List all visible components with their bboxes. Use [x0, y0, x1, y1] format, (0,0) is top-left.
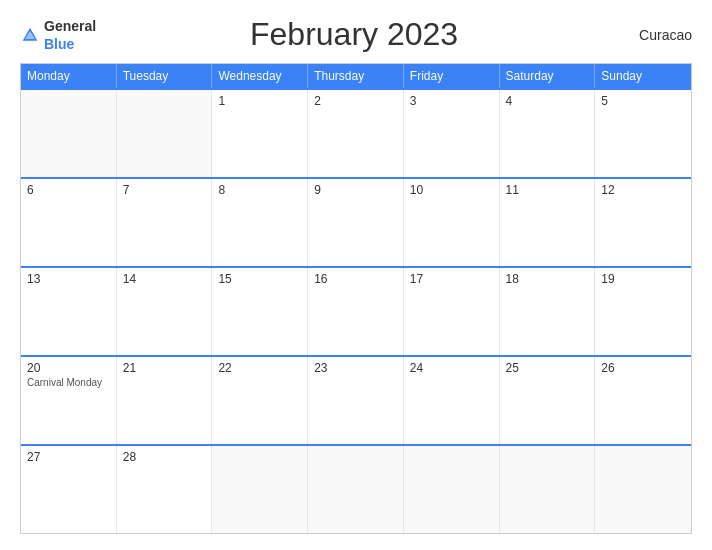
- calendar-cell: 10: [404, 179, 500, 266]
- day-number: 15: [218, 272, 301, 286]
- day-number: 4: [506, 94, 589, 108]
- calendar-cell: 21: [117, 357, 213, 444]
- calendar-cell: 9: [308, 179, 404, 266]
- calendar-cell: 17: [404, 268, 500, 355]
- day-number: 28: [123, 450, 206, 464]
- calendar-cell: 4: [500, 90, 596, 177]
- day-number: 23: [314, 361, 397, 375]
- header-tuesday: Tuesday: [117, 64, 213, 88]
- day-number: 24: [410, 361, 493, 375]
- day-number: 16: [314, 272, 397, 286]
- calendar-cell: 14: [117, 268, 213, 355]
- logo-blue-text: Blue: [44, 36, 74, 52]
- day-number: 13: [27, 272, 110, 286]
- day-number: 26: [601, 361, 685, 375]
- calendar-cell: [500, 446, 596, 533]
- day-number: 12: [601, 183, 685, 197]
- calendar-cell: 25: [500, 357, 596, 444]
- day-number: 11: [506, 183, 589, 197]
- calendar-cell: [21, 90, 117, 177]
- day-number: 10: [410, 183, 493, 197]
- calendar-cell: 8: [212, 179, 308, 266]
- day-number: 19: [601, 272, 685, 286]
- calendar-cell: 2: [308, 90, 404, 177]
- calendar-cell: 3: [404, 90, 500, 177]
- calendar-body: 1234567891011121314151617181920Carnival …: [21, 88, 691, 533]
- day-number: 8: [218, 183, 301, 197]
- calendar-cell: 7: [117, 179, 213, 266]
- day-number: 9: [314, 183, 397, 197]
- calendar-cell: [212, 446, 308, 533]
- calendar-cell: 12: [595, 179, 691, 266]
- logo: General Blue: [20, 17, 96, 53]
- header-wednesday: Wednesday: [212, 64, 308, 88]
- calendar-week-2: 6789101112: [21, 177, 691, 266]
- country-label: Curacao: [612, 27, 692, 43]
- day-number: 17: [410, 272, 493, 286]
- day-number: 18: [506, 272, 589, 286]
- calendar-week-5: 2728: [21, 444, 691, 533]
- calendar-cell: 27: [21, 446, 117, 533]
- calendar-cell: 23: [308, 357, 404, 444]
- calendar-week-4: 20Carnival Monday212223242526: [21, 355, 691, 444]
- event-label: Carnival Monday: [27, 377, 110, 388]
- calendar-cell: 28: [117, 446, 213, 533]
- calendar-header-row: Monday Tuesday Wednesday Thursday Friday…: [21, 64, 691, 88]
- day-number: 5: [601, 94, 685, 108]
- calendar-cell: [117, 90, 213, 177]
- month-title: February 2023: [96, 16, 612, 53]
- calendar-cell: 13: [21, 268, 117, 355]
- header-friday: Friday: [404, 64, 500, 88]
- day-number: 20: [27, 361, 110, 375]
- header-thursday: Thursday: [308, 64, 404, 88]
- calendar-cell: 15: [212, 268, 308, 355]
- header-saturday: Saturday: [500, 64, 596, 88]
- calendar-cell: 16: [308, 268, 404, 355]
- header-monday: Monday: [21, 64, 117, 88]
- header-sunday: Sunday: [595, 64, 691, 88]
- logo-general-text: General: [44, 18, 96, 34]
- day-number: 14: [123, 272, 206, 286]
- calendar-grid: Monday Tuesday Wednesday Thursday Friday…: [20, 63, 692, 534]
- calendar-cell: 5: [595, 90, 691, 177]
- day-number: 6: [27, 183, 110, 197]
- calendar-cell: 6: [21, 179, 117, 266]
- calendar-week-3: 13141516171819: [21, 266, 691, 355]
- calendar-cell: 22: [212, 357, 308, 444]
- calendar-cell: 24: [404, 357, 500, 444]
- day-number: 7: [123, 183, 206, 197]
- day-number: 25: [506, 361, 589, 375]
- calendar-cell: 19: [595, 268, 691, 355]
- day-number: 27: [27, 450, 110, 464]
- calendar-cell: 18: [500, 268, 596, 355]
- logo-icon: [20, 26, 40, 44]
- calendar-cell: 1: [212, 90, 308, 177]
- day-number: 3: [410, 94, 493, 108]
- calendar-cell: [308, 446, 404, 533]
- day-number: 1: [218, 94, 301, 108]
- calendar-cell: 20Carnival Monday: [21, 357, 117, 444]
- calendar-cell: 26: [595, 357, 691, 444]
- calendar-cell: 11: [500, 179, 596, 266]
- calendar-week-1: 12345: [21, 88, 691, 177]
- calendar-cell: [595, 446, 691, 533]
- page-header: General Blue February 2023 Curacao: [20, 16, 692, 53]
- day-number: 2: [314, 94, 397, 108]
- calendar-page: General Blue February 2023 Curacao Monda…: [0, 0, 712, 550]
- calendar-cell: [404, 446, 500, 533]
- day-number: 21: [123, 361, 206, 375]
- day-number: 22: [218, 361, 301, 375]
